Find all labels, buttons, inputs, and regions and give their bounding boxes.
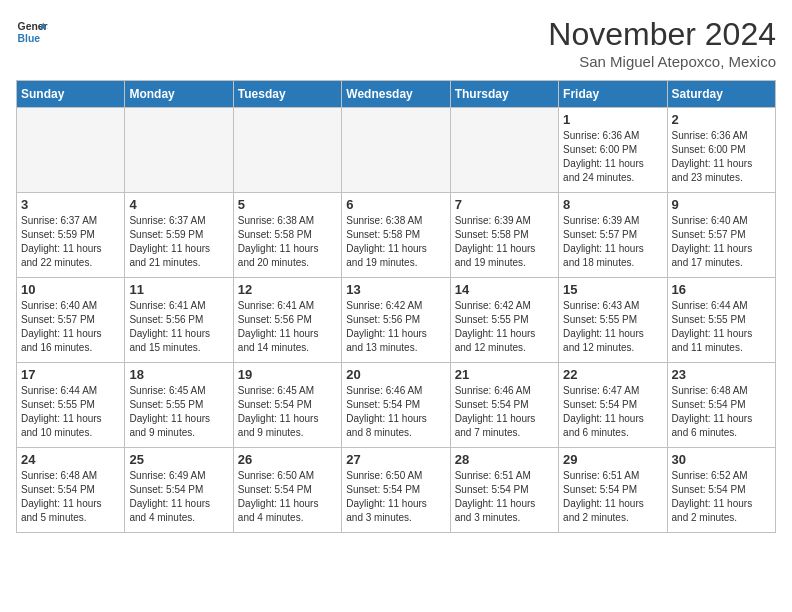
- calendar-cell: 27Sunrise: 6:50 AM Sunset: 5:54 PM Dayli…: [342, 448, 450, 533]
- day-info: Sunrise: 6:41 AM Sunset: 5:56 PM Dayligh…: [238, 299, 337, 355]
- weekday-header-monday: Monday: [125, 81, 233, 108]
- calendar-cell: 7Sunrise: 6:39 AM Sunset: 5:58 PM Daylig…: [450, 193, 558, 278]
- calendar-cell: 23Sunrise: 6:48 AM Sunset: 5:54 PM Dayli…: [667, 363, 775, 448]
- day-info: Sunrise: 6:50 AM Sunset: 5:54 PM Dayligh…: [238, 469, 337, 525]
- calendar-cell: 1Sunrise: 6:36 AM Sunset: 6:00 PM Daylig…: [559, 108, 667, 193]
- day-info: Sunrise: 6:52 AM Sunset: 5:54 PM Dayligh…: [672, 469, 771, 525]
- calendar-cell: [342, 108, 450, 193]
- calendar-cell: 14Sunrise: 6:42 AM Sunset: 5:55 PM Dayli…: [450, 278, 558, 363]
- calendar-cell: 24Sunrise: 6:48 AM Sunset: 5:54 PM Dayli…: [17, 448, 125, 533]
- calendar-table: SundayMondayTuesdayWednesdayThursdayFrid…: [16, 80, 776, 533]
- day-number: 9: [672, 197, 771, 212]
- weekday-header-wednesday: Wednesday: [342, 81, 450, 108]
- day-number: 11: [129, 282, 228, 297]
- logo-icon: General Blue: [16, 16, 48, 48]
- day-info: Sunrise: 6:45 AM Sunset: 5:54 PM Dayligh…: [238, 384, 337, 440]
- calendar-cell: 4Sunrise: 6:37 AM Sunset: 5:59 PM Daylig…: [125, 193, 233, 278]
- day-info: Sunrise: 6:45 AM Sunset: 5:55 PM Dayligh…: [129, 384, 228, 440]
- day-info: Sunrise: 6:47 AM Sunset: 5:54 PM Dayligh…: [563, 384, 662, 440]
- day-number: 17: [21, 367, 120, 382]
- day-info: Sunrise: 6:48 AM Sunset: 5:54 PM Dayligh…: [21, 469, 120, 525]
- calendar-cell: 15Sunrise: 6:43 AM Sunset: 5:55 PM Dayli…: [559, 278, 667, 363]
- day-info: Sunrise: 6:36 AM Sunset: 6:00 PM Dayligh…: [672, 129, 771, 185]
- calendar-cell: 12Sunrise: 6:41 AM Sunset: 5:56 PM Dayli…: [233, 278, 341, 363]
- day-info: Sunrise: 6:36 AM Sunset: 6:00 PM Dayligh…: [563, 129, 662, 185]
- day-number: 12: [238, 282, 337, 297]
- day-info: Sunrise: 6:38 AM Sunset: 5:58 PM Dayligh…: [238, 214, 337, 270]
- calendar-cell: 11Sunrise: 6:41 AM Sunset: 5:56 PM Dayli…: [125, 278, 233, 363]
- day-info: Sunrise: 6:41 AM Sunset: 5:56 PM Dayligh…: [129, 299, 228, 355]
- calendar-cell: 13Sunrise: 6:42 AM Sunset: 5:56 PM Dayli…: [342, 278, 450, 363]
- day-number: 27: [346, 452, 445, 467]
- weekday-header-tuesday: Tuesday: [233, 81, 341, 108]
- day-number: 10: [21, 282, 120, 297]
- calendar-cell: 26Sunrise: 6:50 AM Sunset: 5:54 PM Dayli…: [233, 448, 341, 533]
- calendar-cell: [17, 108, 125, 193]
- title-block: November 2024 San Miguel Atepoxco, Mexic…: [548, 16, 776, 70]
- calendar-cell: [125, 108, 233, 193]
- weekday-header-saturday: Saturday: [667, 81, 775, 108]
- day-info: Sunrise: 6:46 AM Sunset: 5:54 PM Dayligh…: [455, 384, 554, 440]
- calendar-cell: 18Sunrise: 6:45 AM Sunset: 5:55 PM Dayli…: [125, 363, 233, 448]
- day-number: 24: [21, 452, 120, 467]
- calendar-cell: 21Sunrise: 6:46 AM Sunset: 5:54 PM Dayli…: [450, 363, 558, 448]
- day-number: 25: [129, 452, 228, 467]
- calendar-cell: 22Sunrise: 6:47 AM Sunset: 5:54 PM Dayli…: [559, 363, 667, 448]
- calendar-cell: 3Sunrise: 6:37 AM Sunset: 5:59 PM Daylig…: [17, 193, 125, 278]
- day-info: Sunrise: 6:51 AM Sunset: 5:54 PM Dayligh…: [563, 469, 662, 525]
- day-number: 8: [563, 197, 662, 212]
- calendar-cell: 6Sunrise: 6:38 AM Sunset: 5:58 PM Daylig…: [342, 193, 450, 278]
- day-number: 26: [238, 452, 337, 467]
- day-info: Sunrise: 6:40 AM Sunset: 5:57 PM Dayligh…: [672, 214, 771, 270]
- day-number: 23: [672, 367, 771, 382]
- calendar-cell: 28Sunrise: 6:51 AM Sunset: 5:54 PM Dayli…: [450, 448, 558, 533]
- day-info: Sunrise: 6:37 AM Sunset: 5:59 PM Dayligh…: [21, 214, 120, 270]
- day-number: 3: [21, 197, 120, 212]
- calendar-cell: 10Sunrise: 6:40 AM Sunset: 5:57 PM Dayli…: [17, 278, 125, 363]
- day-info: Sunrise: 6:42 AM Sunset: 5:56 PM Dayligh…: [346, 299, 445, 355]
- weekday-header-sunday: Sunday: [17, 81, 125, 108]
- day-info: Sunrise: 6:50 AM Sunset: 5:54 PM Dayligh…: [346, 469, 445, 525]
- location-subtitle: San Miguel Atepoxco, Mexico: [548, 53, 776, 70]
- day-info: Sunrise: 6:43 AM Sunset: 5:55 PM Dayligh…: [563, 299, 662, 355]
- day-info: Sunrise: 6:49 AM Sunset: 5:54 PM Dayligh…: [129, 469, 228, 525]
- page-header: General Blue November 2024 San Miguel At…: [16, 16, 776, 70]
- day-number: 20: [346, 367, 445, 382]
- day-number: 15: [563, 282, 662, 297]
- calendar-cell: 29Sunrise: 6:51 AM Sunset: 5:54 PM Dayli…: [559, 448, 667, 533]
- day-info: Sunrise: 6:51 AM Sunset: 5:54 PM Dayligh…: [455, 469, 554, 525]
- month-title: November 2024: [548, 16, 776, 53]
- day-number: 14: [455, 282, 554, 297]
- day-info: Sunrise: 6:48 AM Sunset: 5:54 PM Dayligh…: [672, 384, 771, 440]
- calendar-cell: 25Sunrise: 6:49 AM Sunset: 5:54 PM Dayli…: [125, 448, 233, 533]
- day-number: 18: [129, 367, 228, 382]
- calendar-cell: 16Sunrise: 6:44 AM Sunset: 5:55 PM Dayli…: [667, 278, 775, 363]
- day-info: Sunrise: 6:44 AM Sunset: 5:55 PM Dayligh…: [672, 299, 771, 355]
- calendar-cell: 30Sunrise: 6:52 AM Sunset: 5:54 PM Dayli…: [667, 448, 775, 533]
- calendar-cell: 8Sunrise: 6:39 AM Sunset: 5:57 PM Daylig…: [559, 193, 667, 278]
- calendar-cell: 17Sunrise: 6:44 AM Sunset: 5:55 PM Dayli…: [17, 363, 125, 448]
- day-number: 22: [563, 367, 662, 382]
- day-number: 2: [672, 112, 771, 127]
- weekday-header-thursday: Thursday: [450, 81, 558, 108]
- day-number: 28: [455, 452, 554, 467]
- day-number: 4: [129, 197, 228, 212]
- day-number: 19: [238, 367, 337, 382]
- day-info: Sunrise: 6:42 AM Sunset: 5:55 PM Dayligh…: [455, 299, 554, 355]
- day-number: 21: [455, 367, 554, 382]
- day-number: 16: [672, 282, 771, 297]
- day-number: 30: [672, 452, 771, 467]
- day-info: Sunrise: 6:39 AM Sunset: 5:57 PM Dayligh…: [563, 214, 662, 270]
- calendar-cell: 19Sunrise: 6:45 AM Sunset: 5:54 PM Dayli…: [233, 363, 341, 448]
- weekday-header-friday: Friday: [559, 81, 667, 108]
- day-number: 5: [238, 197, 337, 212]
- day-info: Sunrise: 6:39 AM Sunset: 5:58 PM Dayligh…: [455, 214, 554, 270]
- day-info: Sunrise: 6:40 AM Sunset: 5:57 PM Dayligh…: [21, 299, 120, 355]
- calendar-cell: [233, 108, 341, 193]
- day-info: Sunrise: 6:38 AM Sunset: 5:58 PM Dayligh…: [346, 214, 445, 270]
- day-number: 13: [346, 282, 445, 297]
- day-number: 6: [346, 197, 445, 212]
- logo: General Blue: [16, 16, 48, 48]
- day-info: Sunrise: 6:37 AM Sunset: 5:59 PM Dayligh…: [129, 214, 228, 270]
- calendar-cell: 2Sunrise: 6:36 AM Sunset: 6:00 PM Daylig…: [667, 108, 775, 193]
